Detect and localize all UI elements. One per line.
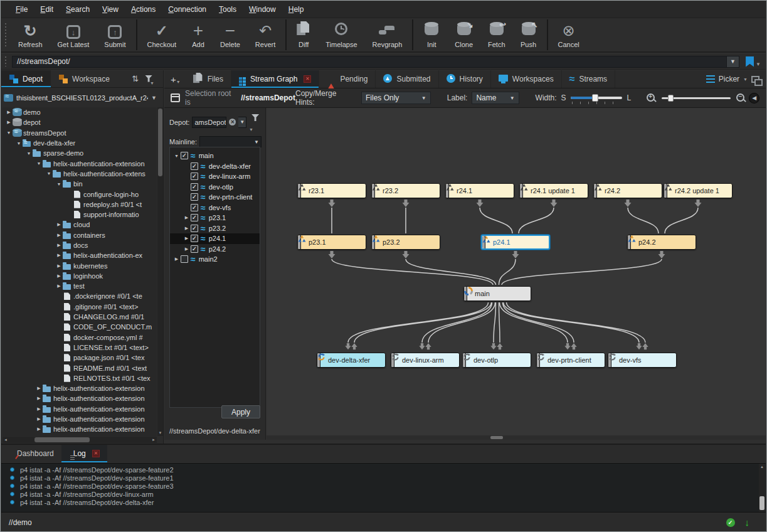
stream-node-main[interactable]: main: [463, 286, 531, 301]
graph-navigator-button[interactable]: ◀: [749, 93, 759, 104]
stream-tree-item-p23.1[interactable]: ▶✓≈p23.1: [170, 213, 260, 223]
add-button[interactable]: +Add: [184, 18, 213, 51]
stream-node-dev-delta-xfer[interactable]: dev-delta-xfer: [317, 353, 386, 368]
tab-depot[interactable]: Depot: [1, 70, 51, 87]
tab-stream-graph[interactable]: Stream Graph✕: [231, 70, 319, 88]
close-tab-icon[interactable]: ✕: [304, 75, 311, 83]
label-select[interactable]: Name▼: [472, 92, 519, 104]
checkbox[interactable]: ✓: [181, 152, 188, 159]
stream-tree-item-p23.2[interactable]: ▶✓≈p23.2: [170, 223, 260, 234]
tree-item-.dockerignore01te[interactable]: .dockerignore #0/1 <te: [3, 291, 157, 301]
checkbox[interactable]: ✓: [191, 235, 198, 242]
checkbox[interactable]: ✓: [191, 183, 198, 191]
bookmark-icon[interactable]: [746, 56, 754, 67]
collapsed-caret-icon[interactable]: ▶: [55, 222, 63, 227]
stream-tree-item-main2[interactable]: ▶≈main2: [170, 254, 260, 265]
checkout-button[interactable]: ✓Checkout: [140, 18, 184, 51]
tree-item-codeofconduct.m[interactable]: CODE_OF_CONDUCT.m: [3, 322, 157, 332]
tab-history[interactable]: History: [439, 70, 491, 88]
tree-item-loginhook[interactable]: ▶loginhook: [3, 271, 157, 281]
collapsed-caret-icon[interactable]: ▶: [5, 110, 13, 115]
tree-item-helix-authentication-ex[interactable]: ▶helix-authentication-ex: [3, 250, 157, 260]
stream-tree-item-p24.1[interactable]: ▶✓≈p24.1: [170, 233, 260, 244]
refresh-button[interactable]: ↻Refresh: [11, 18, 50, 51]
tree-item-support-informatio[interactable]: support-informatio: [3, 210, 157, 220]
stream-filter-icon[interactable]: [251, 114, 259, 121]
mainline-field[interactable]: ▼: [199, 136, 262, 147]
menu-search[interactable]: Search: [60, 3, 95, 16]
picker-label[interactable]: Picker: [719, 75, 739, 83]
tree-item-dev-delta-xfer[interactable]: ▼dev-delta-xfer: [3, 138, 157, 148]
fetch-button[interactable]: ↩Fetch: [480, 18, 513, 51]
revert-button[interactable]: ↶Revert: [248, 18, 283, 51]
tree-item-helix-authentication-extension[interactable]: ▶helix-authentication-extension: [3, 393, 157, 403]
tree-item-helix-authentication-extension[interactable]: ▶helix-authentication-extension: [3, 404, 157, 414]
checkbox[interactable]: ✓: [191, 162, 198, 170]
expanded-caret-icon[interactable]: ▼: [55, 182, 63, 186]
graph-hscrollbar[interactable]: [267, 435, 766, 440]
close-log-icon[interactable]: ✕: [92, 450, 100, 457]
apply-button[interactable]: Apply: [221, 405, 260, 418]
checkbox[interactable]: ✓: [191, 214, 198, 221]
stream-node-r24.2[interactable]: r24.2: [593, 183, 662, 198]
stream-node-dev-prtn-client[interactable]: dev-prtn-client: [536, 353, 605, 368]
cancel-button[interactable]: ⊗Cancel: [551, 18, 587, 51]
expanded-caret-icon[interactable]: ▼: [25, 151, 33, 156]
stream-tree-item-dev-prtn-client[interactable]: ✓≈dev-prtn-client: [170, 192, 260, 203]
tree-item-package.json01tex[interactable]: package.json #0/1 <tex: [3, 353, 157, 363]
expanded-caret-icon[interactable]: ▼: [35, 161, 43, 166]
push-button[interactable]: ↖Push: [513, 18, 544, 51]
menu-connection[interactable]: Connection: [162, 3, 212, 16]
tree-item-streamsdepot[interactable]: ▼streamsDepot: [3, 128, 157, 138]
tab-workspace[interactable]: Workspace: [51, 70, 118, 87]
stream-node-r24.1-update-1[interactable]: r24.1 update 1: [519, 183, 588, 198]
expanded-caret-icon[interactable]: ▼: [5, 130, 13, 135]
tree-item-kubernetes[interactable]: ▶kubernetes: [3, 260, 157, 270]
copy-merge-hints-select[interactable]: Files Only▼: [361, 92, 431, 104]
depot-field-caret[interactable]: ▼: [238, 117, 246, 128]
tree-item-helix-authentication-extension[interactable]: ▶helix-authentication-extension: [3, 414, 157, 424]
depot-tree-vscrollbar[interactable]: ▼: [157, 107, 163, 436]
detach-window-icon[interactable]: [751, 76, 759, 83]
zoom-out-icon[interactable]: −: [736, 93, 746, 104]
tree-item-depot[interactable]: ▶depot: [3, 117, 157, 127]
menu-view[interactable]: View: [97, 3, 124, 16]
menu-file[interactable]: File: [10, 3, 33, 16]
checkbox[interactable]: ✓: [191, 173, 198, 180]
menu-window[interactable]: Window: [243, 3, 282, 16]
tree-item-cloud[interactable]: ▶cloud: [3, 220, 157, 230]
tree-item-docs[interactable]: ▶docs: [3, 240, 157, 250]
diff-button[interactable]: Diff: [289, 18, 318, 51]
sort-icon[interactable]: ⇅: [132, 74, 139, 83]
log-vscrollbar[interactable]: ▲: [759, 464, 765, 512]
stream-node-r23.2[interactable]: r23.2: [371, 183, 440, 198]
picker-caret-icon[interactable]: ▼: [743, 77, 748, 82]
get-latest-button[interactable]: ↓Get Latest: [50, 18, 97, 51]
stream-tree-item-dev-delta-xfer[interactable]: ✓≈dev-delta-xfer: [170, 161, 260, 172]
collapsed-caret-icon[interactable]: ▶: [35, 427, 43, 432]
collapsed-caret-icon[interactable]: ▶: [35, 396, 43, 401]
depot-field[interactable]: amsDepot: [192, 117, 226, 128]
submit-button[interactable]: ↑Submit: [97, 18, 133, 51]
checkbox[interactable]: ✓: [191, 245, 198, 253]
collapsed-caret-icon[interactable]: ▶: [55, 243, 63, 248]
tree-item-helix-authentication-extens[interactable]: ▼helix-authentication-extens: [3, 169, 157, 179]
tree-item-changelog.md01[interactable]: CHANGELOG.md #0/1: [3, 312, 157, 322]
workspace-selector[interactable]: thisisbrent_BSCHIESTL0123_productA_r24.2…: [4, 91, 158, 104]
zoom-slider[interactable]: [662, 94, 731, 102]
collapsed-caret-icon[interactable]: ▶: [5, 120, 13, 125]
tab-files[interactable]: Files: [186, 70, 231, 88]
caret-icon[interactable]: ▶: [182, 247, 191, 252]
selection-root-icon[interactable]: [171, 93, 180, 102]
init-button[interactable]: Init: [416, 18, 447, 51]
collapsed-caret-icon[interactable]: ▶: [35, 386, 43, 391]
clear-depot-icon[interactable]: ✕: [229, 119, 236, 125]
caret-icon[interactable]: ▶: [182, 215, 191, 220]
tab-pending[interactable]: Pending: [319, 70, 376, 88]
tree-item-helix-authentication-extension[interactable]: ▶helix-authentication-extension: [3, 424, 157, 434]
tree-item-readme.md01text[interactable]: README.md #0/1 <text: [3, 363, 157, 373]
caret-icon[interactable]: ▶: [182, 236, 191, 241]
tree-item-test[interactable]: ▶test: [3, 281, 157, 291]
workspace-selector-caret-icon[interactable]: ▼: [151, 95, 158, 101]
checkbox[interactable]: ✓: [191, 204, 198, 211]
